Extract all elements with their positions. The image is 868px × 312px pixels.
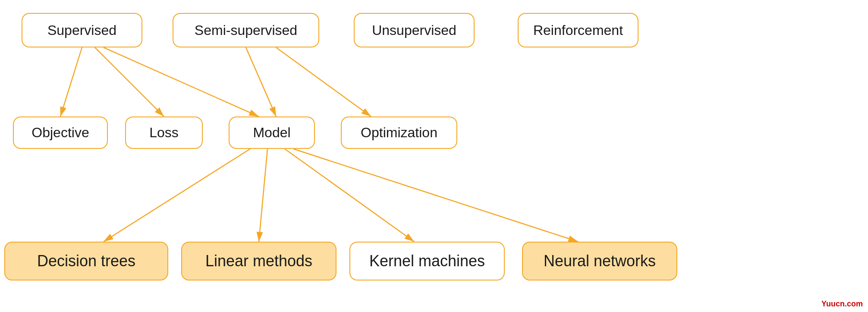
svg-line-0: [60, 47, 82, 117]
unsupervised-node: Unsupervised: [354, 13, 475, 47]
loss-node: Loss: [125, 117, 203, 149]
supervised-node: Supervised: [22, 13, 142, 47]
watermark: Yuucn.com: [821, 299, 863, 309]
diagram-container: Supervised Semi-supervised Unsupervised …: [0, 0, 868, 312]
reinforcement-node: Reinforcement: [518, 13, 638, 47]
svg-line-7: [285, 149, 414, 242]
optimization-node: Optimization: [341, 117, 457, 149]
svg-line-8: [293, 149, 578, 242]
svg-line-5: [104, 149, 250, 242]
svg-line-4: [276, 47, 371, 117]
neural-networks-node: Neural networks: [522, 242, 677, 280]
svg-line-2: [104, 47, 259, 117]
kernel-machines-node: Kernel machines: [349, 242, 505, 280]
decision-trees-node: Decision trees: [4, 242, 168, 280]
svg-line-1: [95, 47, 164, 117]
objective-node: Objective: [13, 117, 108, 149]
svg-line-3: [246, 47, 276, 117]
linear-methods-node: Linear methods: [181, 242, 337, 280]
svg-line-6: [259, 149, 267, 242]
semi-supervised-node: Semi-supervised: [173, 13, 319, 47]
model-node: Model: [229, 117, 315, 149]
